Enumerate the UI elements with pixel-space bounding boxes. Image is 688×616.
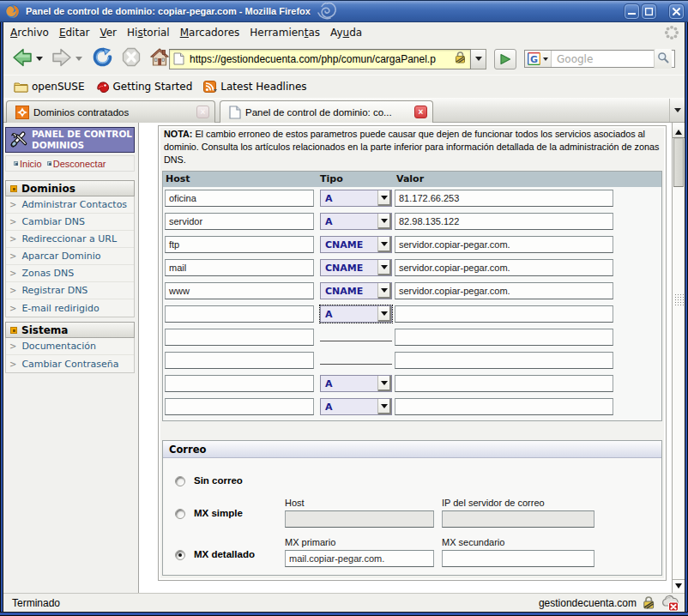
select-dropdown-button[interactable] bbox=[377, 190, 391, 206]
tab-close-button[interactable]: × bbox=[414, 106, 427, 118]
dns-type-select[interactable]: CNAME bbox=[320, 282, 392, 299]
dns-value-input[interactable] bbox=[395, 398, 613, 415]
dns-type-select[interactable]: A bbox=[320, 398, 392, 415]
dns-host-input[interactable]: www bbox=[165, 282, 314, 299]
select-dropdown-button[interactable] bbox=[377, 399, 391, 414]
search-engine-dropdown-icon bbox=[543, 57, 548, 61]
sidebar-item-registrar-dns[interactable]: >Registrar DNS bbox=[6, 282, 134, 299]
tab-2[interactable]: Panel de control de dominio: co...× bbox=[220, 100, 433, 123]
go-button[interactable] bbox=[494, 49, 516, 69]
dns-host-input[interactable] bbox=[165, 329, 314, 346]
sidebar-item-label: Cambiar Contraseña bbox=[21, 359, 118, 370]
dns-host-input[interactable] bbox=[165, 305, 314, 323]
scrollbar-thumb[interactable] bbox=[673, 138, 684, 187]
dns-value-input[interactable]: 82.98.135.122 bbox=[395, 213, 613, 230]
menu-ver[interactable]: Ver bbox=[94, 25, 122, 40]
page-icon bbox=[173, 52, 184, 65]
dns-host-input[interactable]: ftp bbox=[165, 236, 314, 253]
dns-type-select[interactable]: CNAME bbox=[320, 236, 392, 253]
status-site[interactable]: gestiondecuenta.com bbox=[539, 597, 637, 609]
dns-host-input[interactable] bbox=[165, 352, 314, 369]
close-button[interactable] bbox=[669, 4, 684, 19]
menu-ayuda[interactable]: Ayuda bbox=[325, 25, 367, 40]
status-lock-icon[interactable] bbox=[642, 596, 655, 609]
sidebar-item-documentacion[interactable]: >Documentación bbox=[6, 338, 134, 355]
title-bar[interactable]: Panel de control de dominio: copiar-pega… bbox=[0, 0, 688, 22]
dns-value-input[interactable]: servidor.copiar-pegar.com. bbox=[395, 259, 613, 276]
dns-value-input[interactable]: servidor.copiar-pegar.com. bbox=[395, 236, 613, 253]
menu-archivo[interactable]: Archivo bbox=[5, 25, 54, 40]
dns-value-input[interactable] bbox=[395, 329, 613, 346]
dns-value-input[interactable] bbox=[395, 375, 613, 392]
mail-radio-sin-correo[interactable] bbox=[175, 476, 185, 486]
back-dropdown-icon[interactable] bbox=[36, 57, 43, 61]
dns-type-select[interactable]: A bbox=[320, 213, 392, 230]
maximize-button[interactable] bbox=[642, 4, 656, 19]
select-dropdown-button[interactable] bbox=[377, 376, 391, 391]
mail-radio-mx-simple[interactable] bbox=[175, 509, 185, 519]
tab-list-button[interactable] bbox=[669, 99, 685, 122]
dns-type-select[interactable]: A bbox=[320, 190, 392, 207]
dns-value-input[interactable]: 81.172.66.253 bbox=[395, 190, 613, 207]
tab-bar: Panel de control de dominio: co...×Domin… bbox=[3, 98, 685, 123]
dns-type-select[interactable]: A bbox=[320, 305, 392, 323]
forward-button[interactable] bbox=[51, 46, 72, 72]
search-magnifier-icon[interactable] bbox=[654, 49, 672, 69]
menu-historial[interactable]: Historial bbox=[122, 25, 175, 40]
tab-1[interactable]: Dominios contratados× bbox=[6, 100, 215, 123]
sidebar-item-zonas-dns[interactable]: >Zonas DNS bbox=[6, 265, 134, 282]
dns-type-select[interactable]: A bbox=[320, 375, 392, 392]
url-text[interactable]: https://gestiondecuenta.com/php/comun/ca… bbox=[190, 53, 452, 65]
mail-radio-mx-detallado[interactable] bbox=[175, 550, 185, 560]
back-button[interactable] bbox=[12, 46, 33, 72]
sidebar-item-cambiar-dns[interactable]: >Cambiar DNS bbox=[6, 214, 134, 231]
menu-editar[interactable]: Editar bbox=[54, 25, 95, 40]
search-input[interactable]: Google bbox=[557, 53, 654, 65]
search-box[interactable]: G Google bbox=[524, 50, 675, 68]
search-engine-button[interactable]: G bbox=[525, 51, 552, 67]
dns-host-input[interactable]: servidor bbox=[165, 213, 314, 230]
select-dropdown-button[interactable] bbox=[377, 306, 391, 322]
select-dropdown-button[interactable] bbox=[377, 260, 391, 275]
sidebar-item-e-mail-redirigido[interactable]: >E-mail redirigido bbox=[6, 299, 134, 317]
sidebar-link-inicio[interactable]: Inicio bbox=[20, 159, 42, 169]
home-button[interactable] bbox=[150, 47, 169, 70]
dns-type-select[interactable]: CNAME bbox=[320, 259, 392, 276]
tab-close-button[interactable]: × bbox=[196, 106, 209, 118]
dns-host-input[interactable] bbox=[165, 398, 314, 415]
sidebar-item-cambiar-contrasena[interactable]: >Cambiar Contraseña bbox=[6, 355, 134, 372]
sidebar-item-administrar-contactos[interactable]: >Administrar Contactos bbox=[6, 196, 134, 214]
sidebar-link-desconectar[interactable]: Desconectar bbox=[53, 159, 106, 169]
dns-host-input[interactable]: mail bbox=[165, 259, 314, 276]
menu-herramientas[interactable]: Herramientas bbox=[244, 25, 325, 40]
url-bar[interactable]: https://gestiondecuenta.com/php/comun/ca… bbox=[169, 49, 471, 69]
select-dropdown-button[interactable] bbox=[377, 283, 391, 299]
forward-dropdown-icon[interactable] bbox=[75, 57, 82, 61]
scrollbar-down-button[interactable] bbox=[673, 579, 685, 591]
mail-field-input-mx-primario[interactable]: mail.copiar-pegar.com. bbox=[285, 550, 434, 567]
url-dropdown-button[interactable] bbox=[471, 49, 486, 69]
mail-field-input-mx-secundario[interactable] bbox=[442, 550, 594, 567]
dns-value-input[interactable] bbox=[395, 305, 613, 323]
site-favicon bbox=[15, 106, 29, 119]
select-dropdown-button[interactable] bbox=[377, 214, 391, 229]
minimize-button[interactable] bbox=[625, 4, 639, 19]
dns-host-input[interactable]: oficina bbox=[165, 190, 314, 207]
menu-marcadores[interactable]: Marcadores bbox=[175, 25, 245, 40]
sidebar-item-redireccionar-a-url[interactable]: >Redireccionar a URL bbox=[6, 231, 134, 248]
select-dropdown-button[interactable] bbox=[377, 237, 391, 252]
bookmark-latest-headlines[interactable]: Latest Headlines bbox=[203, 81, 306, 94]
vertical-scrollbar[interactable] bbox=[672, 123, 685, 593]
reload-button[interactable] bbox=[93, 47, 112, 71]
dns-col-header-host: Host bbox=[166, 173, 190, 184]
bookmark-opensuse[interactable]: openSUSE bbox=[14, 81, 85, 93]
window-controls bbox=[622, 4, 684, 19]
dns-host-input[interactable] bbox=[165, 375, 314, 392]
scrollbar-up-button[interactable] bbox=[673, 126, 685, 138]
dns-value-input[interactable] bbox=[395, 352, 613, 369]
offline-indicator-icon[interactable] bbox=[661, 595, 679, 614]
dns-value-input[interactable]: servidor.copiar-pegar.com. bbox=[395, 282, 613, 299]
sidebar-item-aparcar-dominio[interactable]: >Aparcar Dominio bbox=[6, 248, 134, 265]
stop-button[interactable] bbox=[122, 47, 141, 70]
bookmark-getting-started[interactable]: Getting Started bbox=[96, 81, 193, 94]
